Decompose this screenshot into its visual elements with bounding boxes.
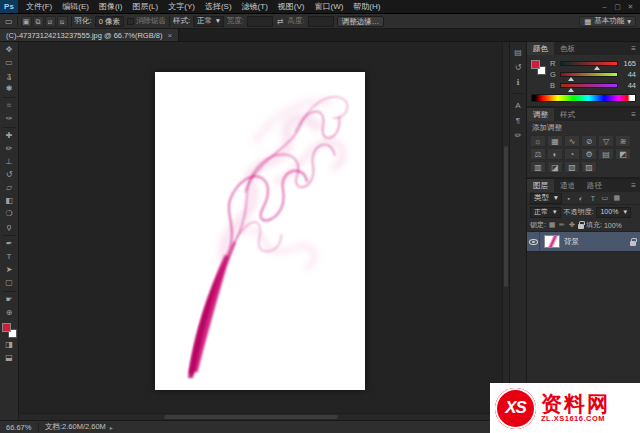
clone-stamp-tool[interactable]: ⊥ — [2, 156, 17, 168]
slider-thumb[interactable] — [594, 66, 600, 70]
panel-menu-icon[interactable]: ≡ — [627, 179, 640, 192]
panel-menu-icon[interactable]: ≡ — [627, 108, 640, 121]
screen-mode-icon[interactable]: ⬓ — [2, 352, 17, 364]
paragraph-panel-icon[interactable]: ¶ — [511, 114, 525, 126]
scrollbar-thumb[interactable] — [504, 146, 508, 287]
opacity-field[interactable]: 100%▾ — [596, 207, 630, 218]
document-tab[interactable]: (C)-47373124213237555.jpg @ 66.7%(RGB/8)… — [0, 29, 179, 41]
color-balance-icon[interactable]: ⚖ — [530, 148, 546, 160]
tab-channels[interactable]: 通道 — [554, 179, 581, 192]
black-white-icon[interactable]: ◐ — [547, 148, 563, 160]
crop-tool[interactable]: ⌗ — [2, 100, 17, 112]
panel-menu-icon[interactable]: ≡ — [627, 42, 640, 55]
path-selection-tool[interactable]: ➤ — [2, 264, 17, 276]
quick-mask-icon[interactable]: ◨ — [2, 339, 17, 351]
lasso-tool[interactable]: ʓ — [2, 70, 17, 82]
slider-thumb[interactable] — [568, 88, 574, 92]
lock-position-icon[interactable]: ✥ — [568, 221, 576, 229]
color-spectrum-ramp[interactable] — [531, 94, 636, 102]
filter-pixel-icon[interactable]: ▪ — [564, 195, 574, 202]
properties-panel-icon[interactable]: ▤ — [511, 46, 525, 58]
green-value[interactable]: 44 — [621, 70, 636, 79]
zoom-level-field[interactable]: 66.67% — [0, 423, 38, 432]
zoom-tool[interactable]: ⊕ — [2, 307, 17, 319]
foreground-color-swatch[interactable] — [2, 323, 11, 332]
canvas-area[interactable] — [19, 42, 509, 420]
color-lookup-icon[interactable]: ▤ — [598, 148, 614, 160]
info-panel-icon[interactable]: ℹ — [511, 76, 525, 88]
filter-adjustment-icon[interactable]: ◐ — [576, 195, 586, 202]
close-icon[interactable]: ✕ — [624, 3, 637, 11]
invert-icon[interactable]: ◩ — [615, 148, 631, 160]
width-input[interactable] — [247, 16, 273, 27]
workspace-switcher[interactable]: ▦ 基本功能 ▾ — [579, 16, 636, 27]
layer-filter-dropdown[interactable]: 类型▾ — [530, 193, 562, 204]
menu-edit[interactable]: 编辑(E) — [57, 0, 94, 13]
exposure-icon[interactable]: ⊘ — [581, 135, 597, 147]
restore-icon[interactable]: ▢ — [611, 3, 624, 11]
refine-edge-button[interactable]: 调整边缘… — [337, 16, 385, 27]
new-selection-icon[interactable]: ▣ — [21, 16, 32, 27]
quick-selection-tool[interactable]: ✱ — [2, 83, 17, 95]
green-slider[interactable] — [560, 72, 618, 77]
status-options-icon[interactable]: ▸ — [110, 424, 113, 431]
red-value[interactable]: 165 — [621, 59, 636, 68]
history-panel-icon[interactable]: ↺ — [511, 61, 525, 73]
layer-row-background[interactable]: 背景 — [527, 232, 640, 252]
brush-panel-icon[interactable]: ✏ — [511, 129, 525, 141]
brightness-contrast-icon[interactable]: ☼ — [530, 135, 546, 147]
tab-paths[interactable]: 路径 — [581, 179, 608, 192]
photo-filter-icon[interactable]: ◔ — [564, 148, 580, 160]
gradient-tool[interactable]: ◧ — [2, 195, 17, 207]
tab-styles[interactable]: 样式 — [554, 108, 581, 121]
marquee-tool[interactable]: ▭ — [2, 57, 17, 69]
lock-transparency-icon[interactable]: ▦ — [548, 221, 556, 229]
style-dropdown[interactable]: 正常▾ — [193, 16, 224, 27]
menu-layer[interactable]: 图层(L) — [127, 0, 163, 13]
subtract-selection-icon[interactable]: ⧄ — [45, 16, 56, 27]
eyedropper-tool[interactable]: ✑ — [2, 113, 17, 125]
menu-help[interactable]: 帮助(H) — [348, 0, 385, 13]
type-tool[interactable]: T — [2, 251, 17, 263]
scrollbar-thumb[interactable] — [164, 415, 338, 419]
add-selection-icon[interactable]: ⧉ — [33, 16, 44, 27]
blur-tool[interactable]: ❍ — [2, 208, 17, 220]
filter-smart-icon[interactable]: ▦ — [612, 194, 622, 202]
red-slider[interactable] — [560, 61, 618, 66]
filter-shape-icon[interactable]: ▭ — [600, 194, 610, 202]
menu-filter[interactable]: 滤镜(T) — [237, 0, 273, 13]
tab-swatches[interactable]: 色板 — [554, 42, 581, 55]
tab-adjustments[interactable]: 调整 — [527, 108, 554, 121]
menu-window[interactable]: 窗口(W) — [309, 0, 348, 13]
pen-tool[interactable]: ✒ — [2, 238, 17, 250]
blend-mode-dropdown[interactable]: 正常▾ — [530, 207, 561, 218]
menu-type[interactable]: 文字(Y) — [163, 0, 200, 13]
move-tool[interactable]: ✥ — [2, 44, 17, 56]
horizontal-scrollbar[interactable] — [19, 413, 502, 420]
visibility-toggle[interactable] — [527, 232, 540, 251]
curves-icon[interactable]: ∿ — [564, 135, 580, 147]
lock-all-icon[interactable] — [578, 224, 584, 229]
tool-preset-icon[interactable]: ▭ — [4, 17, 14, 26]
character-panel-icon[interactable]: A — [511, 99, 525, 111]
selective-color-icon[interactable]: ▨ — [581, 161, 597, 173]
foreground-color-swatch[interactable] — [531, 60, 540, 69]
slider-thumb[interactable] — [568, 77, 574, 81]
vertical-scrollbar[interactable] — [502, 42, 509, 413]
hand-tool[interactable]: ☛ — [2, 294, 17, 306]
menu-image[interactable]: 图像(I) — [94, 0, 128, 13]
swap-dimensions-icon[interactable]: ⇄ — [276, 17, 285, 26]
posterize-icon[interactable]: ▥ — [530, 161, 546, 173]
vibrance-icon[interactable]: ▽ — [598, 135, 614, 147]
layer-thumbnail[interactable] — [544, 235, 560, 248]
eraser-tool[interactable]: ▱ — [2, 182, 17, 194]
antialias-checkbox[interactable] — [127, 18, 134, 25]
healing-brush-tool[interactable]: ✚ — [2, 130, 17, 142]
menu-view[interactable]: 视图(V) — [273, 0, 310, 13]
hue-saturation-icon[interactable]: ≋ — [615, 135, 631, 147]
filter-type-icon[interactable]: T — [588, 195, 598, 202]
shape-tool[interactable]: ▢ — [2, 277, 17, 289]
fill-value[interactable]: 100% — [604, 222, 622, 229]
tab-close-icon[interactable]: × — [167, 31, 172, 40]
threshold-icon[interactable]: ◪ — [547, 161, 563, 173]
